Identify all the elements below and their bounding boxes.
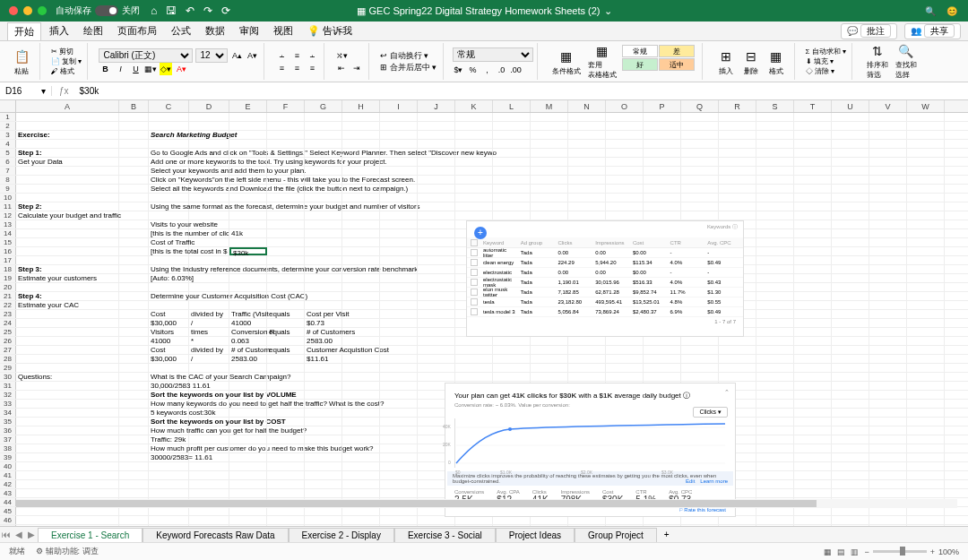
- cell-U35[interactable]: [832, 418, 869, 426]
- cell-E16[interactable]: $30k: [229, 247, 267, 255]
- cell-V29[interactable]: [869, 364, 907, 372]
- cell-H14[interactable]: [342, 229, 380, 237]
- cell-S46[interactable]: [756, 516, 794, 524]
- cell-P3[interactable]: [644, 131, 681, 139]
- cell-V13[interactable]: [869, 220, 907, 228]
- cell-U25[interactable]: [832, 328, 869, 336]
- cell-G41[interactable]: [305, 471, 342, 479]
- row-13[interactable]: 13: [0, 220, 16, 228]
- cell-U19[interactable]: [832, 274, 869, 282]
- cell-F31[interactable]: [267, 382, 305, 390]
- row-22[interactable]: 22: [0, 301, 16, 309]
- table-row[interactable]: clean energyTada224.295,944.20$115.344.0…: [467, 258, 743, 268]
- cell-G31[interactable]: [305, 382, 342, 390]
- cell-U34[interactable]: [832, 409, 869, 417]
- cell-H9[interactable]: [342, 185, 380, 193]
- cell-J14[interactable]: [418, 229, 455, 237]
- cell-S40[interactable]: [756, 462, 794, 470]
- cell-C10[interactable]: [149, 194, 189, 202]
- cell-A4[interactable]: [16, 140, 119, 148]
- cell-P2[interactable]: [644, 122, 681, 130]
- cell-E4[interactable]: [229, 140, 267, 148]
- cell-B1[interactable]: [119, 113, 149, 121]
- cell-B22[interactable]: [119, 301, 149, 309]
- cell-Q1[interactable]: [681, 113, 719, 121]
- cell-O7[interactable]: [606, 167, 644, 175]
- cell-D34[interactable]: [189, 409, 229, 417]
- cell-T45[interactable]: [794, 507, 832, 515]
- cell-A7[interactable]: [16, 167, 119, 175]
- cell-H27[interactable]: [342, 346, 380, 354]
- cell-T38[interactable]: [794, 444, 832, 452]
- cell-A28[interactable]: [16, 355, 119, 363]
- cell-U10[interactable]: [832, 194, 869, 202]
- cell-H35[interactable]: [342, 418, 380, 426]
- cell-H43[interactable]: [342, 489, 380, 497]
- cell-N4[interactable]: [568, 140, 606, 148]
- cell-I29[interactable]: [380, 364, 418, 372]
- col-J[interactable]: J: [418, 100, 455, 112]
- cell-A37[interactable]: [16, 435, 119, 444]
- cell-M4[interactable]: [531, 140, 568, 148]
- cell-I37[interactable]: [380, 435, 418, 444]
- select-all-corner[interactable]: [0, 100, 16, 112]
- cell-Q9[interactable]: [681, 185, 719, 193]
- cell-T40[interactable]: [794, 462, 832, 470]
- cell-T32[interactable]: [794, 391, 832, 399]
- cell-G5[interactable]: [305, 149, 342, 157]
- cell-B34[interactable]: [119, 409, 149, 417]
- cell-D37[interactable]: [189, 435, 229, 444]
- cell-H1[interactable]: [342, 113, 380, 121]
- cell-L6[interactable]: [493, 158, 531, 166]
- cell-H11[interactable]: [342, 202, 380, 211]
- cell-N9[interactable]: [568, 185, 606, 193]
- cell-J4[interactable]: [418, 140, 455, 148]
- cell-H29[interactable]: [342, 364, 380, 372]
- border-button[interactable]: ▦▾: [144, 63, 157, 75]
- cell-U2[interactable]: [832, 122, 869, 130]
- cell-W16[interactable]: [907, 247, 945, 255]
- cell-U14[interactable]: [832, 229, 869, 237]
- cell-A21[interactable]: Step 4:: [16, 292, 119, 300]
- cell-F34[interactable]: [267, 409, 305, 417]
- cell-Q7[interactable]: [681, 167, 719, 175]
- cell-I9[interactable]: [380, 185, 418, 193]
- col-M[interactable]: M: [531, 100, 568, 112]
- row-26[interactable]: 26: [0, 337, 16, 345]
- cell-I42[interactable]: [380, 480, 418, 488]
- cell-M27[interactable]: [531, 346, 568, 354]
- tab-formula[interactable]: 公式: [165, 22, 197, 39]
- cell-W38[interactable]: [907, 444, 945, 452]
- cell-R6[interactable]: [719, 158, 756, 166]
- cell-B37[interactable]: [119, 435, 149, 444]
- cell-U4[interactable]: [832, 140, 869, 148]
- tab-draw[interactable]: 绘图: [77, 22, 109, 39]
- cell-J1[interactable]: [418, 113, 455, 121]
- paste-button[interactable]: 📋粘贴: [9, 47, 34, 76]
- cell-B7[interactable]: [119, 167, 149, 175]
- cell-F30[interactable]: [267, 373, 305, 381]
- cell-D31[interactable]: [189, 382, 229, 390]
- cell-S32[interactable]: [756, 391, 794, 399]
- cell-U36[interactable]: [832, 426, 869, 435]
- cell-K8[interactable]: [455, 176, 493, 184]
- cell-U20[interactable]: [832, 283, 869, 291]
- cell-I30[interactable]: [380, 373, 418, 381]
- cell-C20[interactable]: [149, 283, 189, 291]
- cell-H13[interactable]: [342, 220, 380, 228]
- cell-M7[interactable]: [531, 167, 568, 175]
- cell-S2[interactable]: [756, 122, 794, 130]
- cell-H30[interactable]: [342, 373, 380, 381]
- cell-T46[interactable]: [794, 516, 832, 524]
- cell-G4[interactable]: [305, 140, 342, 148]
- format-button[interactable]: ▦格式: [764, 43, 789, 80]
- cell-N2[interactable]: [568, 122, 606, 130]
- cell-K12[interactable]: [455, 211, 493, 220]
- cell-H34[interactable]: [342, 409, 380, 417]
- cell-Q29[interactable]: [681, 364, 719, 372]
- cell-S33[interactable]: [756, 400, 794, 408]
- cell-B2[interactable]: [119, 122, 149, 130]
- cell-D5[interactable]: [189, 149, 229, 157]
- home-icon[interactable]: ⌂: [151, 4, 157, 17]
- cell-E25[interactable]: Conversion R: [229, 328, 267, 336]
